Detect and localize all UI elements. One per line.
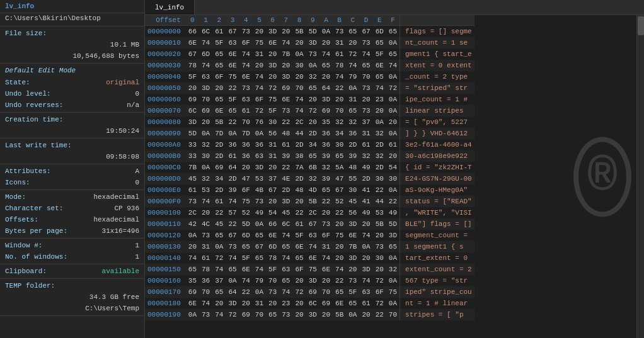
- hex-cell[interactable]: 67: [359, 26, 372, 38]
- hex-cell[interactable]: 63: [359, 286, 372, 298]
- hex-cell[interactable]: 36: [346, 128, 359, 139]
- hex-cell[interactable]: 3D: [199, 82, 212, 94]
- hex-cell[interactable]: 76: [253, 116, 266, 128]
- hex-cell[interactable]: 22: [226, 218, 239, 230]
- hex-cell[interactable]: 47: [239, 173, 253, 184]
- hex-cell[interactable]: 6F: [239, 37, 253, 48]
- hex-cell[interactable]: 65: [212, 48, 226, 60]
- hex-cell[interactable]: 55: [346, 173, 359, 184]
- hex-cell[interactable]: 2C: [186, 207, 199, 218]
- hex-cell[interactable]: 65: [359, 60, 372, 71]
- hex-cell[interactable]: 72: [266, 82, 279, 94]
- hex-cell[interactable]: 22: [386, 196, 400, 207]
- hex-cell[interactable]: 33: [186, 139, 199, 150]
- hex-cell[interactable]: 36: [239, 139, 253, 150]
- hex-cell[interactable]: 34: [333, 128, 346, 139]
- hex-cell[interactable]: 67: [226, 26, 239, 38]
- hex-cell[interactable]: 23: [279, 298, 292, 309]
- hex-cell[interactable]: 22: [333, 275, 346, 286]
- hex-cell[interactable]: 3D: [386, 230, 400, 241]
- hex-cell[interactable]: 0A: [386, 71, 400, 82]
- hex-cell[interactable]: 65: [346, 298, 359, 309]
- hex-cell[interactable]: 74: [279, 286, 292, 298]
- hex-cell[interactable]: 65: [212, 230, 226, 241]
- hex-cell[interactable]: 74: [359, 275, 372, 286]
- hex-cell[interactable]: 6C: [306, 298, 319, 309]
- hex-cell[interactable]: 2D: [346, 139, 359, 150]
- hex-cell[interactable]: 20: [292, 309, 306, 320]
- hex-cell[interactable]: 70: [266, 275, 279, 286]
- hex-cell[interactable]: 20: [386, 150, 400, 162]
- hex-cell[interactable]: 6D: [199, 48, 212, 60]
- hex-cell[interactable]: 4D: [306, 184, 319, 196]
- hex-cell[interactable]: 33: [186, 150, 199, 162]
- hex-cell[interactable]: 20: [373, 264, 386, 275]
- hex-cell[interactable]: 32: [359, 150, 372, 162]
- hex-cell[interactable]: 32: [333, 116, 346, 128]
- hex-cell[interactable]: 67: [226, 230, 239, 241]
- hex-editor[interactable]: Offset 0 1 2 3 4 5 6 7 8 9 A B C: [145, 15, 636, 338]
- hex-cell[interactable]: 31: [266, 139, 279, 150]
- hex-cell[interactable]: 20: [186, 241, 199, 252]
- hex-cell[interactable]: 30: [346, 184, 359, 196]
- hex-cell[interactable]: 30: [266, 116, 279, 128]
- hex-cell[interactable]: 20: [359, 252, 372, 264]
- hex-cell[interactable]: 22: [333, 82, 346, 94]
- hex-cell[interactable]: 65: [333, 150, 346, 162]
- hex-cell[interactable]: 0A: [386, 298, 400, 309]
- hex-cell[interactable]: 0A: [226, 275, 239, 286]
- hex-cell[interactable]: 63: [239, 94, 253, 105]
- hex-cell[interactable]: 56: [266, 128, 279, 139]
- hex-cell[interactable]: 5B: [212, 116, 226, 128]
- hex-cell[interactable]: 74: [239, 48, 253, 60]
- hex-cell[interactable]: 74: [239, 275, 253, 286]
- hex-cell[interactable]: 3D: [253, 162, 266, 173]
- hex-cell[interactable]: 65: [319, 184, 333, 196]
- hex-cell[interactable]: 41: [359, 196, 372, 207]
- hex-cell[interactable]: 0A: [386, 105, 400, 116]
- hex-cell[interactable]: 2D: [212, 184, 226, 196]
- hex-cell[interactable]: 20: [266, 298, 279, 309]
- hex-cell[interactable]: 74: [319, 252, 333, 264]
- hex-cell[interactable]: 69: [306, 286, 319, 298]
- hex-cell[interactable]: 73: [266, 286, 279, 298]
- hex-cell[interactable]: 2D: [306, 128, 319, 139]
- hex-cell[interactable]: 74: [292, 94, 306, 105]
- hex-cell[interactable]: 54: [266, 207, 279, 218]
- hex-cell[interactable]: 4E: [279, 173, 292, 184]
- hex-cell[interactable]: 5D: [386, 218, 400, 230]
- hex-cell[interactable]: 34: [306, 139, 319, 150]
- hex-cell[interactable]: 45: [279, 207, 292, 218]
- hex-cell[interactable]: 49: [359, 207, 372, 218]
- hex-cell[interactable]: 6E: [266, 230, 279, 241]
- hex-cell[interactable]: 20: [333, 252, 346, 264]
- hex-cell[interactable]: 65: [266, 309, 279, 320]
- hex-cell[interactable]: 70: [359, 71, 372, 82]
- hex-cell[interactable]: 3D: [346, 252, 359, 264]
- hex-cell[interactable]: 6E: [239, 71, 253, 82]
- hex-cell[interactable]: 73: [199, 230, 212, 241]
- hex-cell[interactable]: 20: [239, 162, 253, 173]
- hex-cell[interactable]: 0A: [346, 309, 359, 320]
- hex-cell[interactable]: 61: [333, 48, 346, 60]
- hex-cell[interactable]: 70: [239, 116, 253, 128]
- hex-cell[interactable]: 0A: [386, 184, 400, 196]
- hex-cell[interactable]: 73: [373, 241, 386, 252]
- hex-cell[interactable]: 48: [279, 128, 292, 139]
- scrollbar[interactable]: [636, 15, 644, 338]
- hex-cell[interactable]: 30: [292, 60, 306, 71]
- hex-cell[interactable]: 61: [212, 26, 226, 38]
- hex-cell[interactable]: 7B: [346, 241, 359, 252]
- hex-cell[interactable]: 6E: [333, 298, 346, 309]
- hex-cell[interactable]: 35: [186, 275, 199, 286]
- hex-cell[interactable]: 0A: [199, 162, 212, 173]
- hex-cell[interactable]: 39: [319, 150, 333, 162]
- hex-cell[interactable]: 74: [292, 105, 306, 116]
- hex-cell[interactable]: 72: [373, 298, 386, 309]
- hex-cell[interactable]: 75: [306, 264, 319, 275]
- hex-cell[interactable]: 20: [306, 94, 319, 105]
- hex-cell[interactable]: 66: [186, 26, 199, 38]
- hex-cell[interactable]: 7B: [279, 48, 292, 60]
- hex-cell[interactable]: 2D: [292, 173, 306, 184]
- hex-cell[interactable]: 20: [239, 298, 253, 309]
